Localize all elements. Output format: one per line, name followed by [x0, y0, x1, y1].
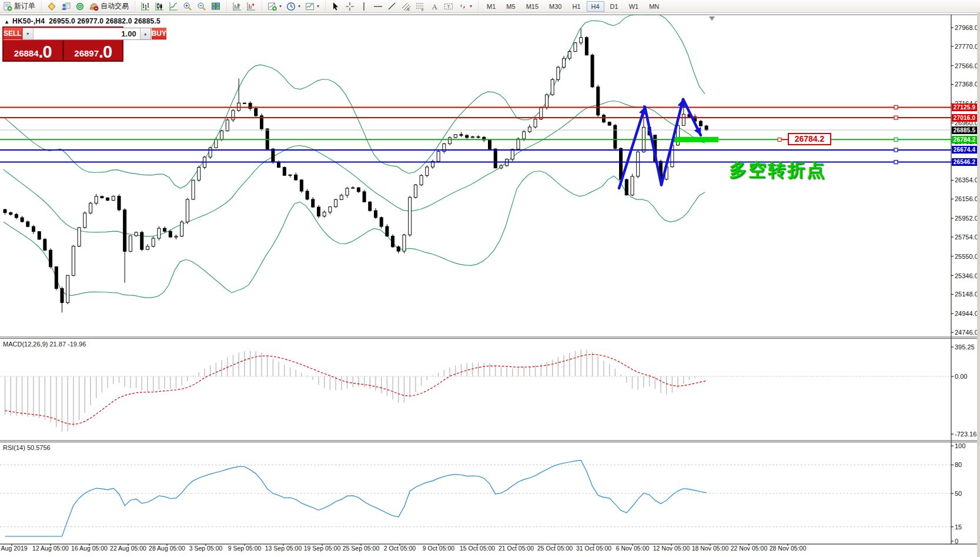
axis-price-chip: 27125.9 [952, 104, 977, 111]
buy-button[interactable]: BUY [152, 28, 166, 40]
svg-text:27368.0: 27368.0 [955, 81, 977, 88]
indicators-icon [267, 2, 277, 11]
svg-text:2 Oct 05:00: 2 Oct 05:00 [384, 545, 416, 552]
timeframe-m1[interactable]: M1 [482, 1, 500, 12]
svg-text:12 Aug 05:00: 12 Aug 05:00 [32, 545, 69, 552]
chart-line-button[interactable] [166, 1, 180, 12]
timeframe-m5[interactable]: M5 [501, 1, 520, 12]
svg-text:9 Sep 05:00: 9 Sep 05:00 [228, 545, 262, 552]
horizontal-line-button[interactable] [371, 1, 385, 12]
macd-histogram [5, 349, 707, 432]
svg-text:25754.0: 25754.0 [955, 234, 977, 241]
price-axis[interactable]: 27968.027770.027566.027368.027164.026960… [951, 24, 977, 545]
svg-text:25550.0: 25550.0 [955, 253, 977, 260]
zoom-out-button[interactable] [195, 1, 209, 12]
svg-text:18 Nov 05:00: 18 Nov 05:00 [692, 545, 729, 552]
periods-icon [286, 2, 296, 11]
chart-bars-button[interactable] [138, 1, 152, 12]
svg-text:22 Nov 05:00: 22 Nov 05:00 [731, 545, 768, 552]
data-window-button[interactable] [59, 1, 73, 12]
svg-text:25148.0: 25148.0 [955, 291, 977, 298]
channel-button[interactable]: E [399, 1, 413, 12]
svg-text:3 Sep 05:00: 3 Sep 05:00 [189, 545, 223, 552]
svg-text:27566.0: 27566.0 [955, 62, 977, 69]
fibonacci-button[interactable]: F [413, 1, 427, 12]
volume-increase-button[interactable]: ▲ [140, 28, 150, 39]
vertical-line-button[interactable] [357, 1, 371, 12]
svg-text:22 Aug 05:00: 22 Aug 05:00 [110, 545, 146, 552]
tile-windows-icon [211, 2, 220, 11]
periods-button[interactable]: ▾ [284, 1, 303, 12]
svg-text:27770.0: 27770.0 [955, 43, 977, 50]
timeframe-mn[interactable]: MN [644, 1, 664, 12]
timeframe-m30[interactable]: M30 [544, 1, 566, 12]
svg-text:19 Sep 05:00: 19 Sep 05:00 [304, 545, 341, 552]
timeframe-d1[interactable]: D1 [606, 1, 623, 12]
axis-price-chip: 26546.2 [952, 158, 977, 166]
auto-arrange-icon [232, 2, 242, 11]
svg-text:25 Oct 05:00: 25 Oct 05:00 [537, 545, 573, 552]
collapse-quote-panel-arrow[interactable]: ▲ [4, 19, 9, 25]
autotrading-button[interactable]: 自动交易 [87, 1, 131, 12]
timeframe-h1[interactable]: H1 [567, 1, 585, 12]
green-highlight-segment [674, 137, 718, 142]
macd-signal-line [5, 354, 707, 424]
volume-decrease-button[interactable]: ▼ [23, 28, 34, 39]
horizontal-line-icon [373, 2, 383, 11]
text-button[interactable]: A [427, 1, 441, 12]
mt4-window: 新订单 自动交易 ▾ ▾ [0, 0, 980, 557]
chart-bars-icon [141, 2, 150, 11]
volume-input[interactable] [34, 28, 140, 39]
dropdown-caret: ▾ [298, 4, 300, 9]
text-icon: A [430, 2, 439, 11]
chart-window: 27968.027770.027566.027368.027164.026960… [0, 13, 977, 557]
axis-price-chip: 26674.4 [952, 146, 977, 154]
timeframe-h4[interactable]: H4 [587, 1, 604, 12]
arrows-button[interactable]: ▾ [456, 1, 474, 12]
chart-shift-icon [246, 2, 256, 11]
market-watch-button[interactable] [45, 1, 59, 12]
zigzag-arrows[interactable] [619, 99, 701, 188]
new-order-button[interactable]: 新订单 [1, 1, 38, 12]
chart-shift-button[interactable] [244, 1, 258, 12]
svg-text:24944.0: 24944.0 [955, 310, 977, 317]
sell-price-pips: .0 [39, 45, 52, 59]
sell-button[interactable]: SELL [4, 28, 22, 40]
svg-text:T: T [447, 4, 450, 9]
templates-button[interactable]: ▾ [303, 1, 322, 12]
crosshair-button[interactable] [343, 1, 357, 12]
buy-price-main: 26897 [74, 48, 99, 59]
svg-text:28 Nov 05:00: 28 Nov 05:00 [770, 545, 807, 552]
timeframe-w1[interactable]: W1 [624, 1, 644, 12]
toolbar-grip [477, 2, 479, 11]
svg-text:0.00: 0.00 [955, 373, 967, 380]
templates-icon [305, 2, 315, 11]
navigator-icon [75, 2, 85, 11]
trendline-button[interactable] [385, 1, 399, 12]
svg-text:6 Nov 05:00: 6 Nov 05:00 [616, 545, 650, 552]
time-axis[interactable]: 6 Aug 201912 Aug 05:0016 Aug 05:0022 Aug… [0, 544, 806, 552]
svg-text:25952.0: 25952.0 [955, 215, 977, 222]
toolbar-grip [260, 2, 263, 11]
chart-canvas[interactable]: 27968.027770.027566.027368.027164.026960… [0, 13, 977, 557]
tile-windows-button[interactable] [209, 1, 223, 12]
svg-text:9 Oct 05:00: 9 Oct 05:00 [423, 545, 454, 552]
svg-text:50: 50 [955, 490, 962, 497]
fibonacci-icon: F [416, 2, 425, 11]
sell-price-tile[interactable]: 26884 .0 [4, 41, 62, 61]
timeframe-m15[interactable]: M15 [521, 1, 543, 12]
svg-text:15: 15 [955, 523, 962, 531]
buy-price-tile[interactable]: 26897 .0 [64, 41, 123, 61]
chart-candles-button[interactable] [152, 1, 166, 12]
zoom-in-button[interactable] [180, 1, 195, 12]
auto-arrange-button[interactable] [230, 1, 244, 12]
new-order-icon [3, 2, 12, 11]
navigator-button[interactable] [73, 1, 87, 12]
label-button[interactable]: T [441, 1, 456, 12]
highlighted-price-label[interactable]: 26784.2 [788, 133, 831, 145]
macd-indicator-label: MACD(12,26,9) 21.87 -19.96 [3, 341, 86, 348]
cursor-button[interactable] [329, 1, 343, 12]
indicators-button[interactable]: ▾ [265, 1, 284, 12]
window-edge [977, 13, 980, 557]
toolbar-grip [40, 2, 42, 11]
